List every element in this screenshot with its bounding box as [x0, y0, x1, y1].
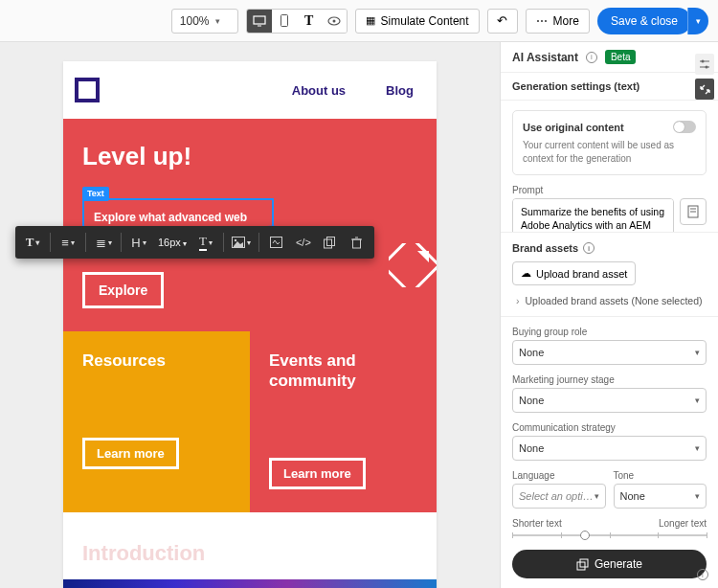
chevron-down-icon: ▾ [696, 16, 701, 26]
preview-view-tab[interactable] [322, 10, 347, 33]
panel-title: AI Assistant [512, 51, 578, 64]
panel-body: Use original content Your current conten… [501, 101, 718, 232]
text-element-chip: Text [82, 187, 109, 201]
tone-label: Tone [614, 470, 707, 481]
ai-assistant-panel: AI Assistant i Beta Generation settings … [500, 42, 718, 588]
brand-assets-section: Brand assets i ☁ Upload brand asset Uplo… [501, 232, 718, 316]
desktop-view-tab[interactable] [247, 10, 272, 33]
use-original-toggle[interactable] [673, 121, 696, 133]
source-button[interactable]: </> [292, 230, 315, 255]
nav-blog[interactable]: Blog [386, 83, 414, 98]
mobile-view-tab[interactable] [272, 10, 297, 33]
top-toolbar: 100% ▾ T ▦ Simulate Content ↶ ⋯ More Sav… [0, 0, 718, 42]
uploaded-assets-row[interactable]: Uploaded brand assets (None selected) [512, 295, 707, 306]
chevron-down-icon: ▾ [209, 238, 213, 247]
page-canvas: About us Blog Level up! Text Explore wha… [63, 61, 437, 588]
mobile-icon [280, 14, 288, 27]
svg-point-4 [332, 19, 335, 22]
heading-button[interactable]: H▾ [127, 230, 150, 255]
lang-tone-row: Language Select an opti… ▾ Tone None ▾ [512, 470, 707, 509]
image-button[interactable]: ▾ [230, 230, 253, 255]
svg-point-22 [706, 66, 708, 69]
zoom-select[interactable]: 100% ▾ [171, 9, 238, 34]
comm-label: Communication strategy [512, 422, 707, 433]
delete-button[interactable] [346, 230, 369, 255]
collapse-icon [700, 84, 710, 95]
language-select[interactable]: Select an opti… ▾ [512, 484, 606, 509]
svg-point-20 [702, 60, 705, 63]
brand-logo [75, 78, 100, 102]
text-editor-toolbar: T▾ ≡▾ ≣▾ H▾ 16px▾ T▾ ▾ </> [15, 226, 374, 259]
personalize-button[interactable] [265, 230, 288, 255]
events-learn-more-button[interactable]: Learn more [269, 458, 366, 489]
image-icon [232, 237, 245, 248]
settings-sliders-button[interactable] [695, 54, 714, 75]
svg-rect-18 [577, 562, 585, 570]
save-dropdown-button[interactable]: ▾ [687, 8, 708, 34]
font-size-select[interactable]: 16px▾ [154, 237, 191, 248]
prompt-library-button[interactable] [680, 198, 707, 225]
chevron-down-icon: ▾ [108, 238, 112, 247]
decorative-shape-icon [389, 243, 437, 287]
chevron-down-icon: ▾ [183, 239, 187, 248]
upload-brand-asset-button[interactable]: ☁ Upload brand asset [512, 261, 636, 285]
prompt-label: Prompt [512, 185, 707, 195]
text-view-tab[interactable]: T [297, 10, 322, 33]
length-slider[interactable] [512, 534, 707, 536]
text-format-button[interactable]: T▾ [21, 230, 44, 255]
chevron-down-icon: ▾ [247, 238, 251, 247]
list-button[interactable]: ≣▾ [92, 230, 115, 255]
explore-button[interactable]: Explore [82, 272, 164, 308]
use-original-label: Use original content [523, 122, 624, 133]
comm-select[interactable]: None ▾ [512, 436, 707, 461]
info-icon[interactable]: i [583, 242, 595, 254]
collapse-panel-button[interactable] [695, 79, 714, 100]
frame-icon [270, 237, 282, 248]
intro-section: Introduction [63, 512, 437, 579]
slider-thumb[interactable] [580, 531, 590, 540]
panel-info-icon[interactable]: i [697, 569, 708, 580]
generate-button[interactable]: Generate [512, 550, 707, 578]
right-rail-buttons [695, 54, 714, 100]
text-color-button[interactable]: T▾ [194, 230, 217, 255]
align-button[interactable]: ≡▾ [56, 230, 79, 255]
resources-learn-more-button[interactable]: Learn more [82, 438, 179, 469]
buying-role-select[interactable]: None ▾ [512, 340, 707, 365]
duplicate-button[interactable] [319, 230, 342, 255]
code-icon: </> [296, 237, 311, 248]
chevron-down-icon: ▾ [695, 491, 700, 501]
svg-rect-17 [580, 559, 588, 567]
svg-point-6 [235, 239, 236, 241]
more-button[interactable]: ⋯ More [526, 9, 590, 34]
save-close-button[interactable]: Save & close [597, 8, 691, 34]
simulate-content-button[interactable]: ▦ Simulate Content [355, 9, 480, 34]
more-dots-icon: ⋯ [536, 14, 548, 28]
svg-rect-10 [353, 239, 361, 248]
prompt-input[interactable] [512, 198, 674, 232]
buying-role-group: Buying group role None ▾ [512, 327, 707, 365]
device-preview-tabs: T [246, 9, 348, 34]
chevron-down-icon: ▾ [695, 396, 700, 405]
hero-section: Level up! Text Explore what advanced web… [63, 119, 437, 331]
info-icon[interactable]: i [586, 52, 597, 63]
events-card: Events and community Learn more [250, 331, 437, 513]
tone-select[interactable]: None ▾ [614, 484, 707, 509]
chevron-down-icon: ▾ [215, 16, 220, 26]
length-slider-labels: Shorter text Longer text [512, 518, 707, 529]
sliders-icon [699, 58, 710, 70]
cards-row: Resources Learn more Events and communit… [63, 331, 437, 513]
svg-rect-13 [389, 243, 437, 287]
journey-label: Marketing journey stage [512, 374, 707, 385]
beta-badge: Beta [605, 50, 637, 64]
svg-rect-0 [254, 16, 265, 24]
chevron-down-icon: ▾ [35, 238, 39, 247]
resources-card: Resources Learn more [63, 331, 250, 513]
simulate-label: Simulate Content [381, 14, 469, 28]
intro-image [63, 579, 437, 588]
comm-group: Communication strategy None ▾ [512, 422, 707, 461]
nav-about[interactable]: About us [292, 83, 346, 98]
undo-button[interactable]: ↶ [487, 9, 518, 34]
journey-select[interactable]: None ▾ [512, 388, 707, 413]
journey-group: Marketing journey stage None ▾ [512, 374, 707, 413]
generate-icon [576, 558, 589, 571]
